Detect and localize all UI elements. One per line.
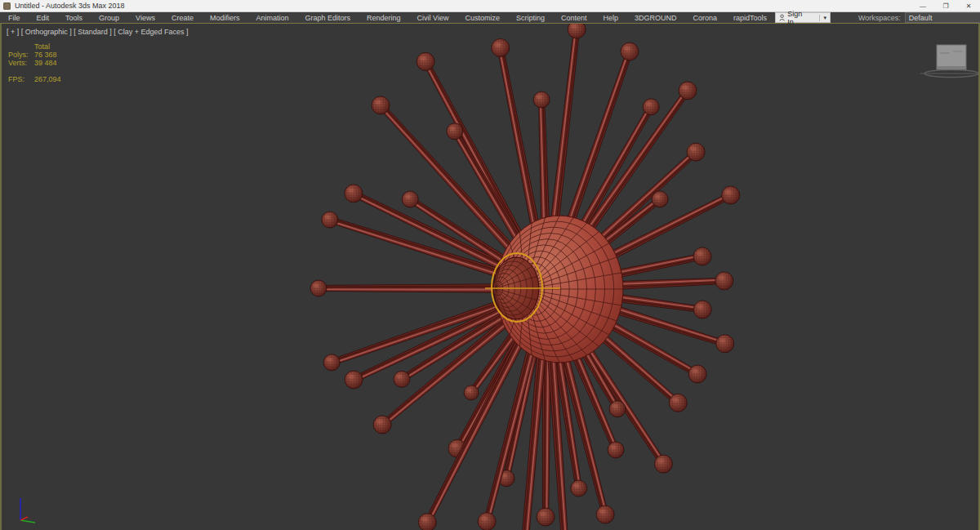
viewport-label[interactable]: [ + ] [ Orthographic ] [ Standard ] [ Cl… — [7, 28, 189, 36]
menu-item-corona[interactable]: Corona — [684, 14, 725, 22]
stats-total-header: Total — [34, 42, 50, 51]
menu-item-create[interactable]: Create — [163, 14, 202, 22]
menu-item-modifiers[interactable]: Modifiers — [202, 14, 248, 22]
scene-3d-model[interactable] — [2, 24, 978, 530]
axis-tripod — [20, 498, 35, 523]
menu-item-help[interactable]: Help — [595, 14, 626, 22]
menu-item-civil-view[interactable]: Civil View — [409, 14, 457, 22]
viewcube — [920, 45, 978, 78]
menu-item-graph-editors[interactable]: Graph Editors — [296, 14, 359, 22]
menu-item-rendering[interactable]: Rendering — [359, 14, 409, 22]
workspace-dropdown[interactable]: Default ▾ — [905, 12, 980, 23]
menu-item-content[interactable]: Content — [553, 14, 595, 22]
sign-in-label: Sign In — [787, 10, 808, 26]
title-bar: Untitled - Autodesk 3ds Max 2018 — ❐ ✕ — [0, 0, 980, 12]
menu-item-group[interactable]: Group — [91, 14, 127, 22]
workspace-value: Default — [909, 14, 933, 22]
menu-item-rapidtools[interactable]: rapidTools — [725, 14, 775, 22]
viewport[interactable]: [ + ] [ Orthographic ] [ Standard ] [ Cl… — [0, 23, 980, 530]
menu-item-3dground[interactable]: 3DGROUND — [626, 14, 685, 22]
menu-bar: FileEditToolsGroupViewsCreateModifiersAn… — [0, 12, 980, 23]
polys-label: Polys: — [8, 51, 29, 59]
fps-value: 267,094 — [34, 75, 61, 83]
menu-item-file[interactable]: File — [0, 14, 29, 22]
verts-value: 39 484 — [34, 59, 57, 67]
chevron-down-icon: ▾ — [819, 15, 826, 21]
user-icon — [779, 14, 785, 21]
close-button[interactable]: ✕ — [957, 0, 980, 11]
menu-item-tools[interactable]: Tools — [57, 14, 91, 22]
workspaces-label: Workspaces: — [858, 14, 901, 22]
menu-item-edit[interactable]: Edit — [29, 14, 58, 22]
viewport-statistics: Total Polys:76 368 Verts:39 484 FPS:267,… — [8, 42, 61, 83]
menu-item-animation[interactable]: Animation — [247, 14, 296, 22]
menu-item-views[interactable]: Views — [127, 14, 163, 22]
minimize-button[interactable]: — — [911, 0, 934, 11]
sign-in-button[interactable]: Sign In ▾ — [775, 12, 831, 23]
maximize-button[interactable]: ❐ — [934, 0, 957, 11]
menu-item-customize[interactable]: Customize — [457, 14, 508, 22]
polys-value: 76 368 — [34, 51, 57, 59]
window-controls: — ❐ ✕ — [911, 0, 980, 11]
menu-item-scripting[interactable]: Scripting — [508, 14, 553, 22]
fps-label: FPS: — [8, 75, 29, 83]
window-title: Untitled - Autodesk 3ds Max 2018 — [15, 2, 125, 10]
verts-label: Verts: — [8, 59, 29, 67]
app-icon — [3, 2, 11, 10]
